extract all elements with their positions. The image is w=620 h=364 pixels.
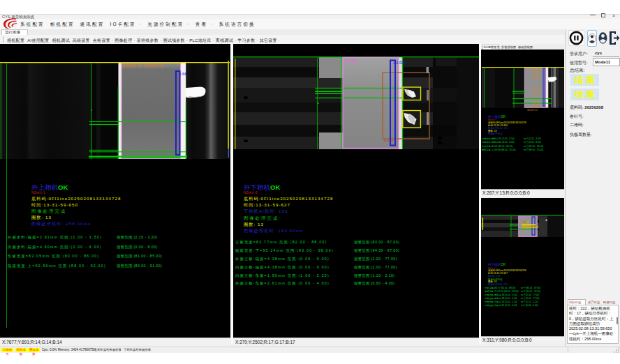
- svg-text:9.72: 9.72: [531, 95, 536, 98]
- svg-text:静态:93 动态:100: 静态:93 动态:100: [526, 68, 542, 71]
- svg-text:AI检测区: AI检测区: [344, 59, 358, 63]
- svg-text:23.60: 23.60: [393, 60, 405, 65]
- svg-text:38.40: 38.40: [522, 221, 527, 224]
- svg-text:38.40 9.72: 38.40 9.72: [527, 109, 538, 112]
- svg-text:NG:0.10: NG:0.10: [384, 139, 393, 142]
- svg-text:38.40: 38.40: [531, 78, 538, 81]
- svg-text:3.68: 3.68: [179, 72, 187, 76]
- svg-text:静态防值:93, 动态防值:100: 静态防值:93, 动态防值:100: [122, 63, 164, 68]
